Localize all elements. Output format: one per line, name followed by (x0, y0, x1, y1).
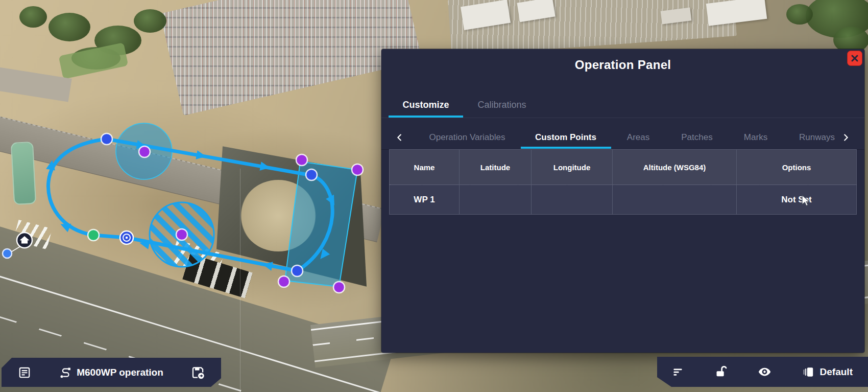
operation-list-button[interactable] (18, 366, 31, 379)
app-window: Operation Panel Customize Calibrations O… (0, 0, 868, 392)
visibility-button[interactable] (758, 365, 771, 379)
custom-point-marker[interactable] (176, 229, 187, 240)
lock-open-icon (714, 365, 728, 379)
operation-list-icon (18, 366, 31, 379)
custom-point-marker[interactable] (352, 164, 363, 175)
chevron-right-icon (841, 133, 850, 142)
sort-icon (671, 365, 685, 379)
custom-point-marker[interactable] (296, 154, 307, 166)
cell-altitude[interactable] (613, 185, 737, 214)
target-marker[interactable] (120, 231, 133, 244)
column-header-longitude: Longitude (532, 150, 613, 185)
map-style-icon (802, 365, 815, 379)
column-header-altitude: Altitude (WSG84) (613, 150, 737, 185)
lock-map-button[interactable] (714, 365, 728, 379)
subtab-operation-variables[interactable]: Operation Variables (429, 125, 505, 149)
tab-customize[interactable]: Customize (389, 93, 463, 118)
operation-panel: Operation Panel Customize Calibrations O… (381, 49, 864, 353)
subtabs: Operation Variables Custom Points Areas … (381, 125, 864, 150)
home-point-marker[interactable] (10, 233, 32, 252)
gps-position-marker (3, 249, 12, 258)
waypoint-marker[interactable] (101, 133, 112, 145)
main-tabs: Customize Calibrations (381, 93, 864, 118)
column-header-latitude: Latitude (460, 150, 532, 185)
subtab-runways[interactable]: Runways (799, 125, 835, 149)
subtabs-prev-button[interactable] (395, 125, 404, 149)
route-icon (59, 366, 72, 379)
mouse-cursor (802, 195, 811, 207)
map-style-label: Default (820, 366, 853, 378)
chevron-left-icon (395, 133, 404, 142)
save-operation-icon (191, 365, 205, 379)
custom-point-marker[interactable] (278, 276, 290, 287)
table-row[interactable]: WP 1 Not Set (390, 185, 856, 214)
save-operation-button[interactable] (191, 365, 205, 379)
subtab-custom-points[interactable]: Custom Points (535, 125, 596, 149)
column-header-name: Name (390, 150, 460, 185)
cell-longitude[interactable] (532, 185, 613, 214)
visibility-icon (758, 365, 771, 379)
subtab-patches[interactable]: Patches (681, 125, 712, 149)
custom-point-marker[interactable] (139, 146, 150, 157)
cell-options[interactable]: Not Set (737, 185, 856, 214)
custom-point-marker[interactable] (333, 282, 345, 293)
column-header-options: Options (737, 150, 856, 185)
subtabs-next-button[interactable] (841, 125, 850, 149)
waypoint-marker[interactable] (306, 169, 317, 180)
waypoint-marker[interactable] (292, 265, 303, 276)
active-subtab-underline (521, 147, 611, 149)
sort-layers-button[interactable] (671, 365, 685, 379)
operation-title-group[interactable]: M600WP operation (59, 366, 163, 379)
map-style-selector[interactable]: Default (802, 365, 853, 379)
operation-bar: M600WP operation (2, 358, 221, 387)
subtab-marks[interactable]: Marks (744, 125, 767, 149)
cell-latitude[interactable] (460, 185, 532, 214)
custom-points-table: Name Latitude Longitude Altitude (WSG84)… (389, 149, 857, 215)
map-toolbar: Default (657, 357, 868, 387)
close-icon (851, 54, 859, 62)
cell-name: WP 1 (390, 185, 460, 214)
operation-title: M600WP operation (77, 367, 163, 378)
subtab-areas[interactable]: Areas (627, 125, 649, 149)
panel-title: Operation Panel (381, 58, 864, 72)
start-waypoint-marker[interactable] (88, 229, 99, 241)
tab-calibrations[interactable]: Calibrations (463, 93, 541, 118)
close-button[interactable] (847, 51, 862, 66)
table-header-row: Name Latitude Longitude Altitude (WSG84)… (390, 150, 856, 185)
